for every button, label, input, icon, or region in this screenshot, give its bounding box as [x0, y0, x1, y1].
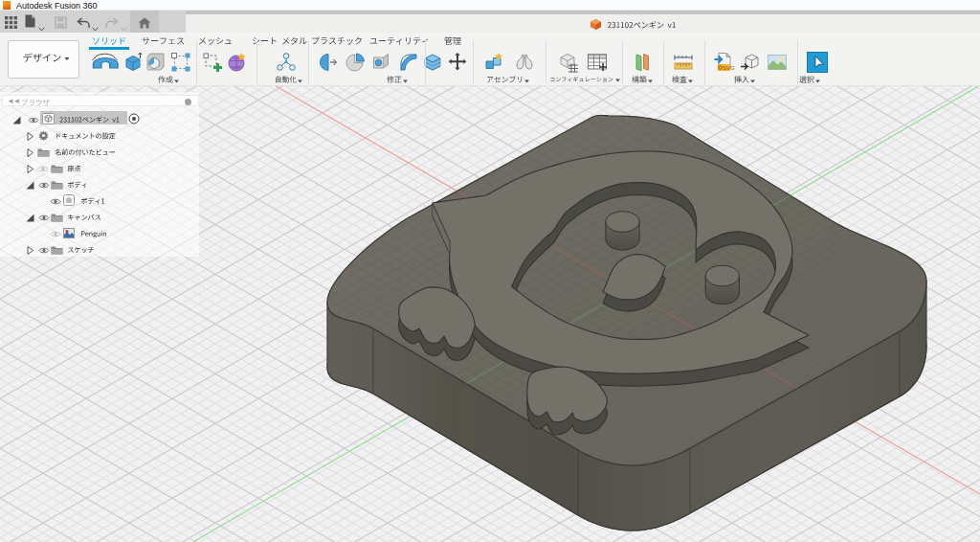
svg-text:SVG: SVG — [723, 65, 734, 71]
